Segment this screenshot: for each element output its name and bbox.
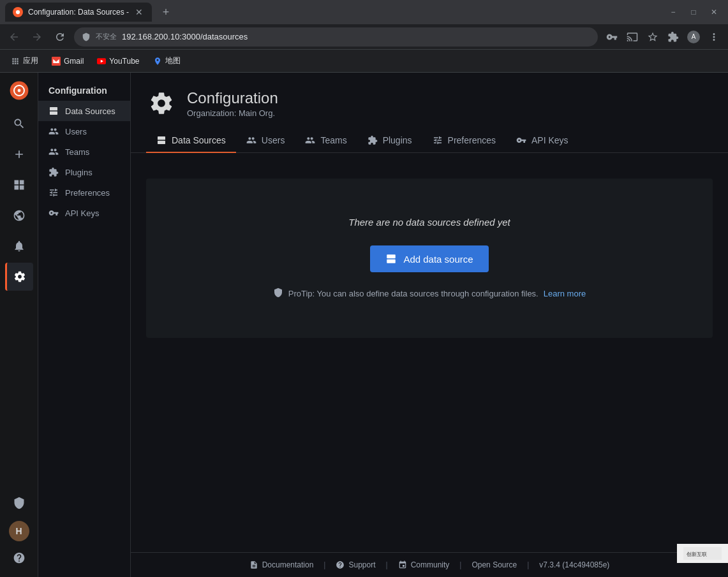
- submenu-item-teams[interactable]: Teams: [38, 142, 130, 162]
- footer-community-link[interactable]: Community: [398, 560, 450, 569]
- minimize-button[interactable]: −: [664, 3, 682, 21]
- sidebar-item-help[interactable]: [5, 544, 33, 572]
- tab-title: Configuration: Data Sources -: [28, 8, 129, 17]
- footer-documentation-label: Documentation: [262, 560, 314, 569]
- extensions-icon[interactable]: [664, 28, 682, 46]
- browser-toolbar: 不安全 192.168.200.10:3000/datasources A: [0, 24, 728, 50]
- sidebar-item-shield[interactable]: [5, 489, 33, 517]
- sidebar-item-create[interactable]: [5, 140, 33, 168]
- add-data-source-label: Add data source: [403, 254, 473, 265]
- close-button[interactable]: ✕: [705, 3, 723, 21]
- footer-version: v7.3.4 (14c494085e): [539, 560, 609, 569]
- user-avatar[interactable]: H: [9, 521, 29, 541]
- submenu-item-users[interactable]: Users: [38, 121, 130, 142]
- tab-users-label: Users: [262, 135, 285, 145]
- sidebar-item-explore[interactable]: [5, 201, 33, 230]
- tab-plugins[interactable]: Plugins: [357, 129, 422, 153]
- page-subtitle: Organization: Main Org.: [187, 108, 278, 118]
- tab-api-keys-label: API Keys: [531, 135, 568, 145]
- maps-label: 地图: [165, 55, 181, 66]
- footer-support-link[interactable]: Support: [336, 560, 375, 569]
- submenu-users-label: Users: [65, 127, 87, 136]
- menu-button[interactable]: [705, 28, 723, 46]
- bookmark-apps[interactable]: 应用: [5, 53, 43, 69]
- submenu-item-preferences[interactable]: Preferences: [38, 182, 130, 203]
- app-logo[interactable]: [6, 78, 32, 103]
- bookmarks-bar: 应用 Gmail YouTube 地图: [0, 50, 728, 73]
- empty-state: There are no data sources defined yet Ad…: [146, 179, 713, 338]
- svg-point-0: [16, 10, 20, 14]
- submenu-api-keys-label: API Keys: [65, 208, 99, 218]
- star-icon[interactable]: [644, 28, 662, 46]
- svg-text:创新互联: 创新互联: [687, 551, 707, 557]
- add-data-source-button[interactable]: Add data source: [370, 245, 488, 272]
- tab-data-sources[interactable]: Data Sources: [146, 129, 236, 153]
- submenu-panel: Configuration Data Sources Users Teams P…: [38, 73, 131, 577]
- footer-open-source-label: Open Source: [472, 560, 517, 569]
- tab-teams[interactable]: Teams: [295, 129, 357, 153]
- watermark: 创新互联: [677, 544, 728, 563]
- app-layout: H Configuration Data Sources Users Teams…: [0, 73, 728, 577]
- tab-preferences[interactable]: Preferences: [422, 129, 506, 153]
- tab-users[interactable]: Users: [236, 129, 295, 153]
- main-content: Configuration Organization: Main Org. Da…: [131, 73, 728, 577]
- submenu-item-plugins[interactable]: Plugins: [38, 162, 130, 182]
- security-label: 不安全: [96, 32, 117, 41]
- submenu-teams-label: Teams: [65, 147, 89, 157]
- browser-titlebar: Configuration: Data Sources - ✕ + − □ ✕: [0, 0, 728, 24]
- svg-rect-3: [52, 57, 61, 66]
- sidebar-item-dashboards[interactable]: [5, 171, 33, 199]
- footer-open-source-link[interactable]: Open Source: [472, 560, 517, 569]
- tab-close-button[interactable]: ✕: [134, 7, 144, 17]
- toolbar-icons: A: [603, 28, 723, 46]
- url-display: 192.168.200.10:3000/datasources: [122, 32, 590, 41]
- cast-icon[interactable]: [623, 28, 641, 46]
- back-button[interactable]: [5, 28, 23, 46]
- submenu-data-sources-label: Data Sources: [65, 106, 115, 116]
- submenu-plugins-label: Plugins: [65, 168, 93, 177]
- key-icon[interactable]: [603, 28, 621, 46]
- bookmark-gmail[interactable]: Gmail: [46, 54, 89, 69]
- tab-api-keys[interactable]: API Keys: [506, 129, 579, 153]
- footer-sep-1: |: [323, 560, 325, 569]
- page-header: Configuration Organization: Main Org.: [131, 73, 728, 119]
- bookmark-maps[interactable]: 地图: [147, 53, 186, 69]
- page-title: Configuration: [187, 89, 278, 107]
- content-area: There are no data sources defined yet Ad…: [131, 153, 728, 552]
- window-controls: − □ ✕: [664, 3, 723, 21]
- browser-tab-active[interactable]: Configuration: Data Sources - ✕: [5, 3, 152, 22]
- refresh-button[interactable]: [51, 28, 69, 46]
- maximize-button[interactable]: □: [685, 3, 702, 21]
- footer-community-label: Community: [411, 560, 450, 569]
- apps-label: 应用: [23, 55, 38, 66]
- bookmark-youtube[interactable]: YouTube: [91, 54, 144, 69]
- tab-teams-label: Teams: [320, 135, 346, 145]
- protip-text: ProTip: You can also define data sources…: [288, 289, 539, 298]
- sidebar-item-search[interactable]: [5, 110, 33, 138]
- page-footer: Documentation | Support | Community | Op…: [131, 552, 728, 577]
- forward-button[interactable]: [28, 28, 46, 46]
- protip-icon: [273, 288, 283, 300]
- footer-documentation-link[interactable]: Documentation: [249, 560, 314, 569]
- footer-sep-4: |: [527, 560, 529, 569]
- submenu-preferences-label: Preferences: [65, 188, 110, 198]
- tab-favicon: [13, 7, 23, 17]
- tabs-bar: Data Sources Users Teams Plugins Prefere…: [131, 129, 728, 153]
- profile-icon[interactable]: A: [685, 28, 702, 46]
- sidebar-item-alerts[interactable]: [5, 232, 33, 260]
- submenu-item-data-sources[interactable]: Data Sources: [38, 101, 130, 121]
- protip-learn-more-link[interactable]: Learn more: [544, 289, 586, 298]
- sidebar-bottom: H: [5, 488, 33, 572]
- address-bar[interactable]: 不安全 192.168.200.10:3000/datasources: [74, 27, 598, 47]
- sidebar: H: [0, 73, 38, 577]
- svg-point-8: [17, 89, 20, 92]
- svg-text:A: A: [692, 33, 696, 40]
- submenu-item-api-keys[interactable]: API Keys: [38, 203, 130, 223]
- new-tab-button[interactable]: +: [157, 3, 175, 21]
- footer-sep-2: |: [386, 560, 388, 569]
- tab-preferences-label: Preferences: [448, 135, 496, 145]
- maps-icon: [152, 56, 163, 66]
- gmail-label: Gmail: [64, 57, 84, 66]
- sidebar-item-config[interactable]: [5, 263, 33, 291]
- browser-chrome: Configuration: Data Sources - ✕ + − □ ✕ …: [0, 0, 728, 73]
